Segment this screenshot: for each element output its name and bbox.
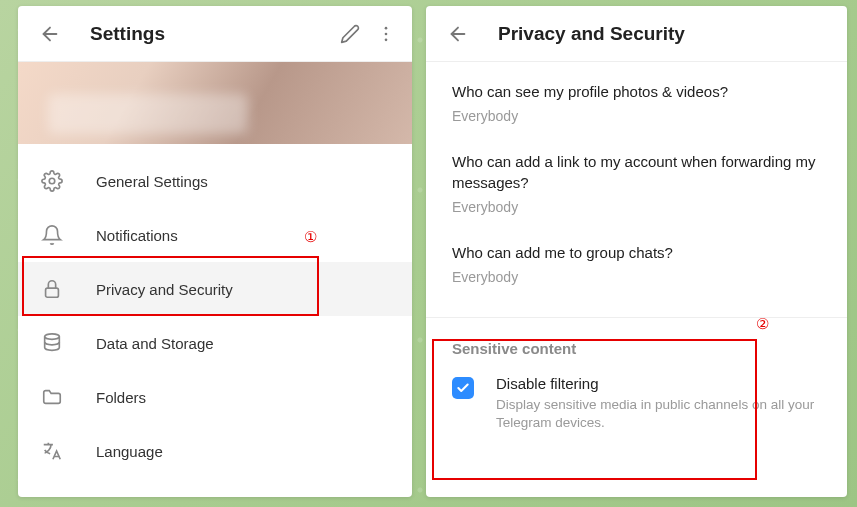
privacy-item-forward[interactable]: Who can add a link to my account when fo… (452, 152, 821, 215)
settings-panel: Settings General Settings Notifications … (18, 6, 412, 497)
disable-filtering-row[interactable]: Disable filtering Display sensitive medi… (426, 367, 847, 450)
checkbox-desc: Display sensitive media in public channe… (496, 396, 821, 432)
svg-point-2 (385, 32, 388, 35)
privacy-question: Who can add a link to my account when fo… (452, 152, 821, 193)
svg-point-1 (385, 26, 388, 29)
menu-item-privacy[interactable]: Privacy and Security (18, 262, 412, 316)
edit-button[interactable] (332, 16, 368, 52)
menu-item-folders[interactable]: Folders (18, 370, 412, 424)
privacy-question: Who can see my profile photos & videos? (452, 82, 821, 102)
settings-menu: General Settings Notifications Privacy a… (18, 144, 412, 478)
arrow-left-icon (447, 23, 469, 45)
folder-icon (41, 386, 63, 408)
privacy-item-photos[interactable]: Who can see my profile photos & videos? … (452, 82, 821, 124)
menu-label: Language (96, 443, 163, 460)
privacy-list: Who can see my profile photos & videos? … (426, 62, 847, 313)
menu-label: Data and Storage (96, 335, 214, 352)
privacy-item-groups[interactable]: Who can add me to group chats? Everybody (452, 243, 821, 285)
menu-label: Notifications (96, 227, 178, 244)
more-button[interactable] (368, 16, 404, 52)
back-button[interactable] (440, 16, 476, 52)
profile-banner[interactable] (18, 62, 412, 144)
database-icon (41, 332, 63, 354)
privacy-value: Everybody (452, 108, 821, 124)
svg-point-3 (385, 38, 388, 41)
checkbox-text: Disable filtering Display sensitive medi… (496, 375, 821, 432)
menu-label: Folders (96, 389, 146, 406)
checkbox-title: Disable filtering (496, 375, 821, 392)
privacy-header: Privacy and Security (426, 6, 847, 62)
svg-point-4 (49, 178, 55, 184)
settings-header: Settings (18, 6, 412, 62)
svg-rect-5 (46, 288, 59, 297)
privacy-value: Everybody (452, 269, 821, 285)
settings-title: Settings (90, 23, 332, 45)
language-icon (41, 440, 63, 462)
menu-label: Privacy and Security (96, 281, 233, 298)
privacy-title: Privacy and Security (498, 23, 839, 45)
menu-item-notifications[interactable]: Notifications (18, 208, 412, 262)
svg-point-6 (45, 334, 60, 340)
privacy-value: Everybody (452, 199, 821, 215)
section-sensitive: Sensitive content (426, 318, 847, 367)
pencil-icon (340, 24, 360, 44)
back-button[interactable] (32, 16, 68, 52)
menu-label: General Settings (96, 173, 208, 190)
dots-vertical-icon (376, 24, 396, 44)
privacy-panel: Privacy and Security Who can see my prof… (426, 6, 847, 497)
arrow-left-icon (39, 23, 61, 45)
bell-icon (41, 224, 63, 246)
gear-icon (41, 170, 63, 192)
lock-icon (41, 278, 63, 300)
check-icon (456, 381, 470, 395)
menu-item-general[interactable]: General Settings (18, 154, 412, 208)
menu-item-language[interactable]: Language (18, 424, 412, 478)
checkbox-checked[interactable] (452, 377, 474, 399)
privacy-question: Who can add me to group chats? (452, 243, 821, 263)
menu-item-data[interactable]: Data and Storage (18, 316, 412, 370)
